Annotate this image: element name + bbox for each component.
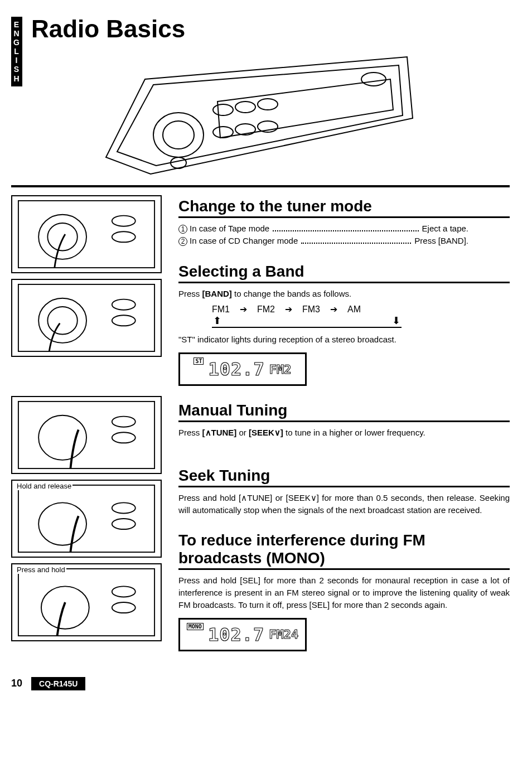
svg-point-21	[38, 415, 86, 460]
svg-point-30	[112, 586, 136, 597]
svg-point-26	[112, 502, 136, 513]
svg-point-14	[112, 231, 136, 242]
step-2-icon: 2	[178, 237, 187, 246]
arrow-right-icon: ➔	[285, 304, 292, 315]
svg-point-25	[38, 502, 86, 545]
heading-change-tuner: Change to the tuner mode	[178, 197, 510, 218]
thumb-seek-tuning: Hold and release	[11, 480, 162, 558]
svg-point-3	[235, 101, 255, 113]
band-return-arrow: ⬆ ⬇	[212, 315, 402, 328]
mono-indicator-icon: MONO	[187, 623, 204, 630]
thumb-change-tuner	[11, 195, 162, 273]
st-indicator-icon: ST	[194, 357, 204, 365]
arrow-down-icon: ⬇	[392, 315, 400, 327]
display-freq: 102.7	[208, 359, 264, 380]
svg-point-11	[38, 215, 86, 259]
svg-point-22	[112, 417, 136, 427]
svg-point-9	[171, 157, 186, 168]
thumb-mono: Press and hold	[11, 563, 162, 641]
svg-point-12	[47, 223, 77, 251]
model-tag: CQ-R145U	[31, 677, 85, 690]
svg-rect-28	[18, 569, 154, 636]
svg-point-27	[112, 519, 136, 529]
arrow-up-icon: ⬆	[213, 315, 221, 327]
step-1-action: Eject a tape.	[422, 223, 468, 235]
svg-point-0	[153, 113, 204, 157]
thumb-manual-tuning	[11, 396, 162, 474]
page-title: Radio Basics	[31, 17, 424, 41]
arrow-right-icon: ➔	[240, 304, 247, 315]
heading-manual-tuning: Manual Tuning	[178, 402, 510, 422]
selecting-band-instruction: Press [BAND] to change the bands as foll…	[178, 288, 510, 300]
svg-point-4	[258, 99, 278, 110]
thumb-caption-press-hold: Press and hold	[16, 565, 66, 574]
svg-point-19	[112, 315, 136, 326]
st-indicator-note: "ST" indicator lights during reception o…	[178, 333, 510, 346]
thumb-caption-hold-release: Hold and release	[16, 482, 72, 490]
svg-point-5	[213, 127, 233, 138]
thumb-selecting-band	[11, 279, 162, 357]
mono-text: Press and hold [SEL] for more than 2 sec…	[178, 574, 510, 611]
heading-selecting-band: Selecting a Band	[178, 263, 510, 283]
svg-point-2	[213, 104, 233, 115]
seek-tuning-text: Press and hold [∧TUNE] or [SEEK∨] for mo…	[178, 492, 510, 516]
step-2-label: In case of CD Changer mode	[190, 236, 298, 245]
language-tab: ENGLISH	[11, 17, 22, 86]
svg-point-29	[41, 586, 89, 629]
heading-mono: To reduce interference during FM broadca…	[178, 531, 510, 570]
divider	[11, 185, 510, 187]
display-band: FM2	[269, 362, 292, 376]
display-st: ST 102.7 FM2	[178, 352, 307, 386]
band-flow: FM1➔ FM2➔ FM3➔ AM	[212, 304, 510, 315]
svg-point-13	[112, 216, 136, 226]
svg-point-18	[112, 299, 136, 310]
svg-point-8	[361, 72, 386, 86]
display-band-mono: FM24	[269, 627, 298, 641]
arrow-right-icon: ➔	[330, 304, 337, 315]
svg-point-23	[112, 432, 136, 443]
step-1-label: In case of Tape mode	[190, 224, 269, 233]
display-mono: MONO 102.7 FM24	[178, 618, 307, 651]
svg-point-31	[112, 602, 136, 613]
manual-tuning-text: Press [∧TUNE] or [SEEK∨] to tune in a hi…	[178, 427, 510, 439]
svg-point-16	[38, 298, 86, 343]
hero-radio-illustration	[95, 46, 424, 180]
page-number: 10	[11, 678, 22, 689]
svg-point-17	[47, 307, 77, 335]
svg-point-1	[163, 121, 194, 149]
step-1-icon: 1	[178, 225, 187, 234]
display-freq-mono: 102.7	[208, 624, 264, 645]
step-2-action: Press [BAND].	[414, 235, 468, 247]
heading-seek-tuning: Seek Tuning	[178, 467, 510, 487]
